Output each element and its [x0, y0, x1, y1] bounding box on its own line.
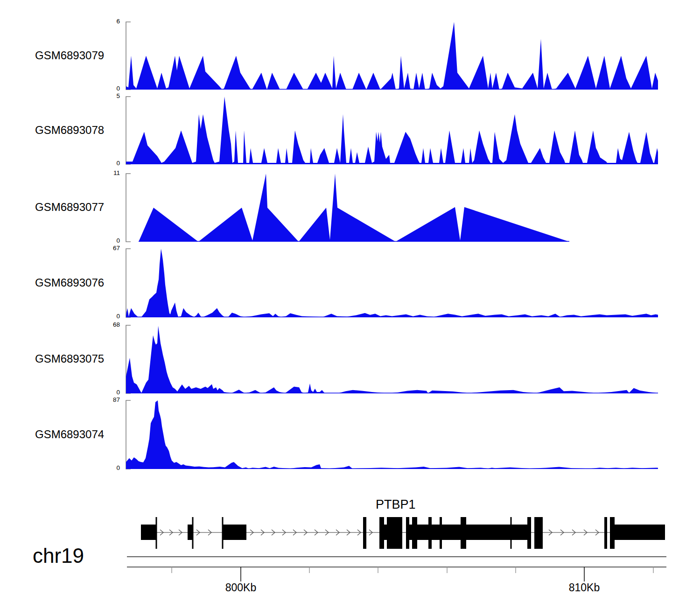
track-label: GSM6893075 [35, 352, 104, 365]
track-y-axis [126, 174, 131, 242]
coverage-area [126, 249, 658, 317]
exon-box [442, 525, 461, 540]
cds-exon-box [461, 517, 466, 549]
y-axis-max-label: 11 [82, 169, 120, 176]
y-axis-max-label: 68 [82, 321, 120, 328]
exon-boundary-mark [511, 517, 512, 549]
exon-boundary-mark [222, 517, 224, 549]
exon-box [615, 525, 665, 540]
coverage-area [126, 22, 658, 90]
cds-exon-box [379, 517, 384, 549]
y-axis-zero-label: 0 [82, 464, 120, 471]
exon-box [222, 525, 246, 540]
y-axis-max-label: 6 [82, 18, 120, 25]
cds-exon-box [534, 517, 543, 549]
exon-box [417, 525, 428, 540]
ruler-tick-label: 810Kb [547, 581, 622, 594]
y-axis-max-label: 87 [82, 396, 120, 403]
coverage-area [126, 326, 658, 393]
y-axis-max-label: 5 [82, 92, 120, 99]
track-y-axis [126, 400, 131, 469]
y-axis-zero-label: 0 [82, 313, 120, 320]
exon-box [432, 525, 440, 540]
y-axis-zero-label: 0 [82, 389, 120, 396]
exon-box [141, 525, 156, 540]
exon-box [384, 525, 387, 540]
chromosome-label: chr19 [33, 544, 84, 567]
track-label: GSM6893077 [35, 201, 104, 214]
gene-name-label: PTBP1 [376, 497, 416, 512]
y-axis-max-label: 67 [82, 245, 120, 252]
track-label: GSM6893079 [35, 49, 104, 62]
cds-exon-box [428, 517, 432, 549]
track-label: GSM6893076 [35, 276, 104, 289]
exon-boundary-mark [156, 517, 157, 549]
track-y-axis [126, 249, 131, 317]
cds-exon-box [406, 517, 409, 549]
ruler-tick-label: 800Kb [203, 581, 278, 594]
cds-exon-box [604, 517, 607, 549]
track-label: GSM6893078 [35, 124, 104, 137]
cds-exon-box [363, 517, 366, 549]
coverage-area [126, 97, 658, 164]
coverage-area [139, 174, 569, 242]
y-axis-zero-label: 0 [82, 237, 120, 244]
cds-exon-box [412, 517, 417, 549]
exon-box [188, 525, 193, 540]
genome-browser-view: GSM6893079 GSM6893078 GSM6893077 GSM6893… [0, 0, 700, 616]
exon-boundary-mark [192, 517, 194, 549]
cds-exon-box [440, 517, 442, 549]
cds-exon-box [610, 517, 615, 549]
track-y-axis [126, 97, 131, 164]
coverage-area [126, 400, 658, 469]
exon-box [409, 525, 412, 540]
y-axis-zero-label: 0 [82, 160, 120, 167]
cds-exon-box [387, 517, 402, 549]
y-axis-zero-label: 0 [82, 85, 120, 92]
cds-exon-box [527, 517, 531, 549]
exon-box [466, 525, 527, 540]
track-label: GSM6893074 [35, 428, 104, 441]
